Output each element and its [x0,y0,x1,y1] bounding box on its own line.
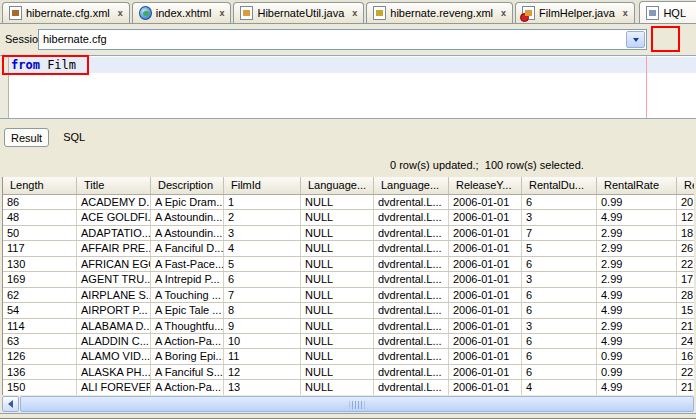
table-row[interactable]: 50ADAPTATIO...A Astoundin...3NULLdvdrent… [3,226,694,241]
table-cell: dvdrental.L... [374,319,449,333]
table-cell: 12. [677,210,694,224]
editor-tab-label: HQL [663,7,686,19]
error-badge-icon [520,13,529,22]
table-cell: NULL [301,195,374,209]
table-cell: 4.99 [597,288,677,302]
column-header[interactable]: Language... [374,177,449,194]
table-cell: 2006-01-01 [449,195,522,209]
table-cell: A Fast-Pace... [151,257,224,271]
editor-tab-label: index.xhtml [156,7,212,19]
table-cell: NULL [301,210,374,224]
query-text: from Film [11,58,76,73]
table-row[interactable]: 54AIRPORT P...A Epic Tale ...8NULLdvdren… [3,303,694,318]
table-cell: 117 [3,241,77,255]
current-line-highlight [9,57,696,73]
table-cell: 22. [677,257,694,271]
right-margin-line [646,56,647,118]
table-cell: 4.99 [597,380,677,394]
column-header[interactable]: Re... [677,177,694,194]
tab-close-icon[interactable]: x [352,9,357,18]
table-cell: 62 [3,288,77,302]
hql-query-editor[interactable]: from Film [0,55,696,119]
table-row[interactable]: 114ALABAMA D...A Thoughtfu...9NULLdvdren… [3,319,694,334]
panel-bottom-border [0,413,696,414]
table-cell: AGENT TRU... [77,272,151,286]
table-cell: A Astoundin... [151,226,224,240]
column-header[interactable]: FilmId [224,177,301,194]
table-cell: 2.99 [597,319,677,333]
scrollbar-grip-icon [350,401,365,409]
table-row[interactable]: 117AFFAIR PRE...A Fanciful D...4NULLdvdr… [3,241,694,256]
column-header[interactable]: RentalRate [597,177,677,194]
editor-tab-hibernate-reveng-xml[interactable]: hibernate.reveng.xmlx [366,2,513,23]
table-cell: 18. [677,226,694,240]
table-cell: ALASKA PH... [77,365,151,379]
table-cell: 2 [224,210,301,224]
session-combobox[interactable]: hibernate.cfg [38,29,647,50]
column-header[interactable]: ReleaseY... [449,177,522,194]
result-tab-result[interactable]: Result [4,128,49,147]
hql-keyword: from [11,58,40,72]
editor-tab-bar: hibernate.cfg.xmlxindex.xhtmlxHibernateU… [0,0,696,24]
table-row[interactable]: 136ALASKA PH...A Fanciful S...12NULLdvdr… [3,365,694,380]
tab-close-icon[interactable]: x [219,9,224,18]
table-cell: 0.99 [597,365,677,379]
hql-editor-window: hibernate.cfg.xmlxindex.xhtmlxHibernateU… [0,0,696,419]
horizontal-scrollbar[interactable] [2,396,694,412]
table-row[interactable]: 63ALADDIN C...A Action-Pa...10NULLdvdren… [3,334,694,349]
table-row[interactable]: 48ACE GOLDFI...A Astoundin...2NULLdvdren… [3,210,694,225]
editor-tab-index-xhtml[interactable]: index.xhtmlx [132,2,232,23]
table-cell: 5 [224,257,301,271]
table-cell: 2006-01-01 [449,241,522,255]
xhtml-file-icon [139,6,152,20]
result-tab-bar: ResultSQL [4,128,91,148]
table-cell: dvdrental.L... [374,210,449,224]
reveng-file-icon [373,6,386,20]
session-combobox-value: hibernate.cfg [43,33,107,45]
session-combobox-dropdown-button[interactable] [626,31,645,48]
table-cell: 4.99 [597,303,677,317]
column-header[interactable]: Description [151,177,224,194]
table-cell: 28. [677,288,694,302]
table-cell: 54 [3,303,77,317]
table-cell: 6 [224,272,301,286]
column-header[interactable]: Language... [301,177,374,194]
table-row[interactable]: 169AGENT TRU...A Intrepid P...6NULLdvdre… [3,272,694,287]
table-cell: 20. [677,195,694,209]
table-cell: 2006-01-01 [449,349,522,363]
table-cell: 2006-01-01 [449,303,522,317]
tab-close-icon[interactable]: x [623,9,628,18]
table-cell: 2006-01-01 [449,365,522,379]
table-cell: NULL [301,226,374,240]
table-cell: NULL [301,288,374,302]
table-cell: 6 [522,195,597,209]
editor-tab-label: FilmHelper.java [539,7,615,19]
table-row[interactable]: 62AIRPLANE S...A Touching ...7NULLdvdren… [3,288,694,303]
tab-close-icon[interactable]: x [501,9,506,18]
table-row[interactable]: 150ALI FOREVERA Action-Pa...13NULLdvdren… [3,380,694,395]
table-cell: A Fanciful S... [151,365,224,379]
editor-tab-hibernateutil-java[interactable]: HibernateUtil.javax [233,2,364,23]
tab-close-icon[interactable]: x [118,9,123,18]
column-header[interactable]: Length [3,177,77,194]
table-cell: 3 [522,319,597,333]
editor-tab-hibernate-cfg-xml[interactable]: hibernate.cfg.xmlx [2,2,130,23]
column-header[interactable]: Title [77,177,151,194]
table-row[interactable]: 126ALAMO VID...A Boring Epi...11NULLdvdr… [3,349,694,364]
editor-tab-label: hibernate.cfg.xml [26,7,110,19]
xml-file-icon [9,6,22,20]
table-cell: 12 [224,365,301,379]
table-cell: 6 [522,257,597,271]
result-tab-sql[interactable]: SQL [57,128,91,145]
table-cell: 2006-01-01 [449,334,522,348]
table-row[interactable]: 86ACADEMY D...A Epic Dram...1NULLdvdrent… [3,195,694,210]
column-header[interactable]: RentalDu... [522,177,597,194]
table-cell: 6 [522,288,597,302]
scrollbar-thumb[interactable] [20,396,694,412]
editor-tab-filmhelper-java[interactable]: FilmHelper.javax [515,2,635,23]
scroll-left-button[interactable] [2,396,19,412]
table-cell: 0.99 [597,349,677,363]
editor-tab-hql[interactable]: HQL [639,1,696,23]
table-cell: 6 [522,349,597,363]
table-row[interactable]: 130AFRICAN EGGA Fast-Pace...5NULLdvdrent… [3,257,694,272]
